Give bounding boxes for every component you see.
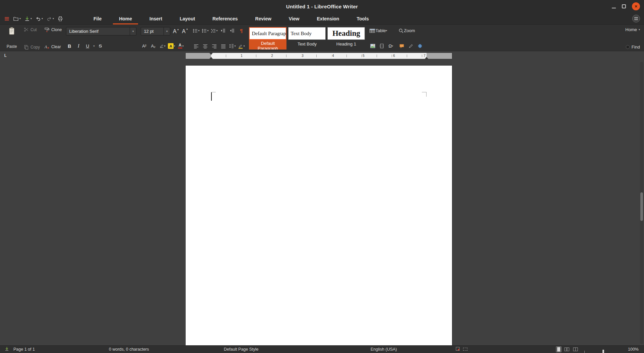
tab-extension[interactable]: Extension [308,13,348,24]
zoom-percentage[interactable]: 100% [628,347,639,352]
insert-comment-button[interactable] [398,42,405,50]
tab-stop-selector[interactable]: L [4,53,7,58]
book-view-button[interactable] [572,347,579,352]
font-size-dropdown[interactable] [164,27,170,35]
style-default-paragraph[interactable]: Default Paragraph Default Paragraph [249,27,286,50]
tab-layout[interactable]: Layout [171,13,204,24]
ruler-number: 4 [331,54,335,58]
zoom-button[interactable]: Zoom [398,27,415,34]
tab-tools[interactable]: Tools [348,13,377,24]
paragraph-background-button[interactable] [238,42,245,50]
find-toggle[interactable]: Find [626,45,640,50]
menubar-switch-icon[interactable] [632,15,640,22]
italic-button[interactable]: I [75,42,82,50]
font-name-dropdown[interactable] [130,27,136,35]
style-heading-1[interactable]: Heading Heading 1 [327,27,365,50]
numbered-list-icon [202,28,207,33]
redo-button[interactable] [46,15,55,22]
numbered-list-button[interactable] [202,27,208,34]
line-spacing-button[interactable] [229,42,236,50]
vertical-scrollbar[interactable] [640,62,643,344]
print-button[interactable] [57,15,64,22]
menubar-toggle-button[interactable] [3,15,10,22]
align-center-button[interactable] [202,42,208,50]
clone-formatting-button[interactable]: Clone [44,27,62,32]
tab-home[interactable]: Home [110,13,141,24]
save-dropdown-icon [30,17,32,20]
zoom-slider-handle[interactable] [602,349,604,353]
track-changes-button[interactable] [407,42,414,50]
strikethrough-button[interactable]: S [97,42,104,50]
cut-button[interactable]: Cut [24,27,40,32]
style-label-heading: Heading 1 [327,40,365,50]
close-button[interactable] [632,2,640,10]
tab-view[interactable]: View [280,13,308,24]
maximize-button[interactable] [622,4,626,8]
bullet-list-button[interactable] [193,27,199,34]
scrollbar-thumb[interactable] [640,192,643,221]
document-page[interactable] [186,66,452,345]
tab-insert[interactable]: Insert [141,13,171,24]
page-break-button[interactable] [378,42,385,50]
chevron-down-icon [207,29,208,32]
clone-label: Clone [51,27,62,32]
language-status[interactable]: English (USA) [371,347,397,352]
first-line-indent-marker[interactable] [209,53,213,55]
page-count-status[interactable]: Page 1 of 1 [13,347,35,352]
undo-button[interactable] [35,15,44,22]
chevron-down-icon [386,29,387,32]
copy-button[interactable]: Copy [24,45,40,50]
paste-button[interactable]: Paste [4,27,19,50]
paste-label: Paste [7,44,17,49]
context-selector[interactable]: Home [625,27,640,32]
tab-file[interactable]: File [85,13,110,24]
open-button[interactable] [12,15,22,22]
subscript-button[interactable]: A₂ [150,42,156,50]
underline-button[interactable]: U [84,42,91,50]
special-character-button[interactable]: Ω [387,42,394,50]
align-left-button[interactable] [193,42,199,50]
highlight-color-button[interactable]: A [168,42,175,50]
font-size-combobox[interactable]: 12 pt [141,27,170,35]
increase-indent-button[interactable] [220,27,227,34]
document-modified-icon[interactable] [456,347,460,352]
formatting-marks-button[interactable]: ¶ [238,27,245,34]
font-color-button[interactable]: A [177,42,184,50]
multi-page-view-button[interactable] [564,347,570,352]
minimize-button[interactable] [612,8,616,8]
text-boundary-mark-top-right [422,92,427,97]
save-button[interactable] [23,15,33,22]
style-text-body[interactable]: Text Body Text Body [288,27,326,50]
left-indent-marker[interactable] [209,57,213,59]
bold-button[interactable]: B [66,42,73,50]
single-page-view-button[interactable] [556,347,561,352]
page-style-status[interactable]: Default Page Style [224,347,259,352]
justify-icon [221,44,226,49]
cut-copy-group: Cut Copy [24,27,40,50]
character-highlighting-button[interactable] [159,42,166,50]
grow-font-button[interactable]: A [173,28,179,35]
status-save-icon[interactable] [5,347,9,352]
shrink-font-button[interactable]: A [182,28,188,35]
font-name-combobox[interactable]: Liberation Serif [66,27,136,35]
tab-review[interactable]: Review [247,13,280,24]
align-right-button[interactable] [211,42,217,50]
outline-list-button[interactable] [211,27,217,34]
superscript-button[interactable]: A² [141,42,147,50]
right-indent-marker[interactable] [425,57,428,59]
hyperlink-button[interactable] [416,42,423,50]
word-count-status[interactable]: 0 words, 0 characters [109,347,149,352]
tab-references[interactable]: References [204,13,247,24]
decrease-indent-button[interactable] [229,27,236,34]
clear-formatting-button[interactable]: A Clear [44,44,62,50]
underline-dropdown-icon[interactable] [93,45,94,48]
horizontal-ruler[interactable]: 1 2 3 4 5 6 7 [186,53,452,59]
selection-mode-icon[interactable] [463,347,467,352]
open-dropdown-icon [19,17,21,20]
paintbrush-icon [44,27,50,32]
insert-image-button[interactable] [369,42,376,50]
insert-table-button[interactable]: Table [369,27,387,34]
justify-button[interactable] [220,42,227,50]
chevron-down-icon [234,45,236,48]
zoom-label: Zoom [404,28,415,33]
